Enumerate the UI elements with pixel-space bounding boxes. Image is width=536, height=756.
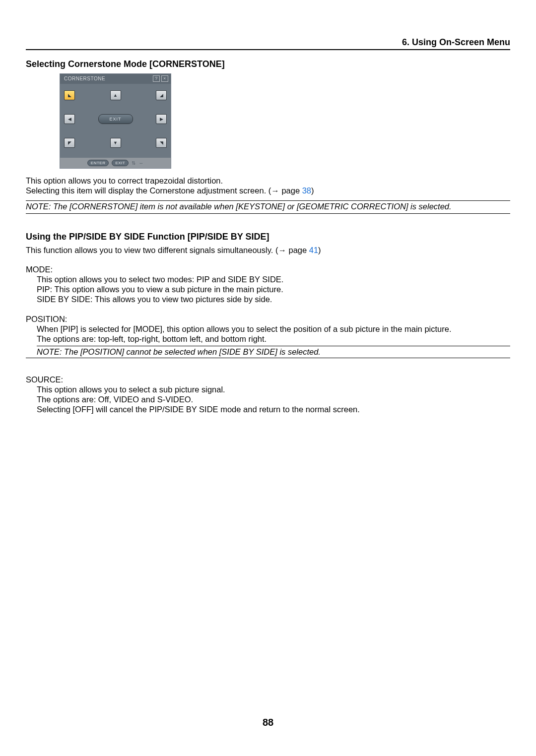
arrow-left-button[interactable]: ◀ [64, 114, 75, 124]
corner-bottom-left-button[interactable]: ◤ [64, 138, 75, 148]
cornerstone-desc-1: This option allows you to correct trapez… [26, 176, 510, 186]
osd-cornerstone-panel: CORNERSTONE ? × ◣ ▲ ◢ ◀ EXIT ▶ ◤ ▼ ◥ [60, 73, 171, 169]
note-position: NOTE: The [POSITION] cannot be selected … [26, 347, 510, 358]
osd-titlebar-text: CORNERSTONE [64, 76, 105, 81]
corner-bottom-right-button[interactable]: ◥ [156, 138, 167, 148]
section-title-cornerstone: Selecting Cornerstone Mode [CORNERSTONE] [26, 59, 510, 69]
pip-intro: This function allows you to view two dif… [26, 245, 510, 255]
help-icon[interactable]: ? [153, 75, 160, 82]
mode-line1: This option allows you to select two mod… [37, 274, 510, 284]
note-cornerstone: NOTE: The [CORNERSTONE] item is not avai… [26, 200, 510, 214]
mode-line2: PIP: This option allows you to view a su… [37, 284, 510, 294]
footer-exit-pill: EXIT [112, 160, 129, 166]
osd-titlebar: CORNERSTONE ? × [60, 74, 171, 84]
source-line1: This option allows you to select a sub p… [37, 384, 510, 394]
page-link-38[interactable]: 38 [302, 186, 311, 195]
cornerstone-desc-2: Selecting this item will display the Cor… [26, 186, 510, 195]
arrow-right-button[interactable]: ▶ [156, 114, 167, 124]
chapter-header: 6. Using On-Screen Menu [26, 37, 510, 50]
page-link-41[interactable]: 41 [309, 246, 318, 254]
position-line2: The options are: top-left, top-right, bo… [37, 334, 510, 344]
footer-enter-pill: ENTER [87, 160, 109, 166]
term-source: SOURCE: [26, 375, 510, 384]
corner-top-left-button[interactable]: ◣ [64, 90, 75, 100]
leftright-icon: ↔ [138, 160, 143, 166]
source-line2: The options are: Off, VIDEO and S-VIDEO. [37, 394, 510, 404]
position-line1: When [PIP] is selected for [MODE], this … [37, 324, 510, 334]
source-line3: Selecting [OFF] will cancel the PIP/SIDE… [37, 404, 510, 414]
section-title-pip: Using the PIP/SIDE BY SIDE Function [PIP… [26, 232, 510, 242]
close-icon[interactable]: × [161, 75, 168, 82]
term-mode: MODE: [26, 265, 510, 274]
arrow-down-button[interactable]: ▼ [110, 138, 121, 148]
term-position: POSITION: [26, 315, 510, 324]
arrow-up-button[interactable]: ▲ [110, 90, 121, 100]
osd-footer: ENTER EXIT ⇅ ↔ [60, 158, 171, 168]
updown-icon: ⇅ [132, 160, 135, 166]
exit-button[interactable]: EXIT [98, 114, 133, 124]
mode-line3: SIDE BY SIDE: This allows you to view tw… [37, 294, 510, 304]
corner-top-right-button[interactable]: ◢ [156, 90, 167, 100]
divider [37, 346, 510, 346]
page-number: 88 [0, 717, 536, 728]
